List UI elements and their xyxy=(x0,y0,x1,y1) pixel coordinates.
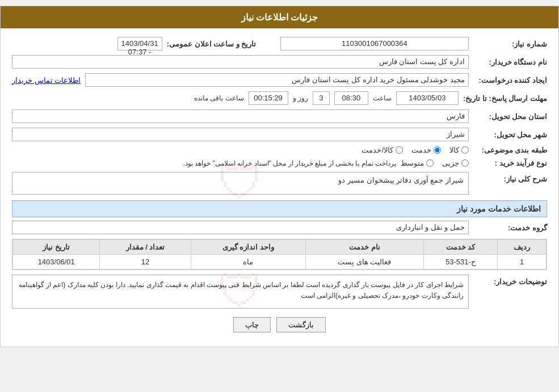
category-kala-radio[interactable] xyxy=(461,146,469,154)
col-quantity: تعداد / مقدار xyxy=(100,240,191,255)
send-deadline-inputs: 1403/05/03 ساعت 08:30 3 روز و 00:15:29 س… xyxy=(12,91,459,105)
services-section-header: اطلاعات خدمات مورد نیاز xyxy=(12,200,547,217)
send-deadline-label: مهلت ارسال پاسخ: تا تاریخ: xyxy=(463,94,547,103)
purchase-type-note: پرداخت تمام یا بخشی از مبلغ خریدار از مح… xyxy=(183,159,396,167)
category-kala[interactable]: کالا xyxy=(449,146,469,154)
col-service-name: نام خدمت xyxy=(305,240,423,255)
category-kala-khedmat-label: کالا/خدمت xyxy=(362,146,393,154)
province-row: استان محل تحویل: فارس xyxy=(12,109,547,123)
purchase-jozi-label: جزیی xyxy=(442,159,459,167)
category-row: طبقه بندی موضوعی: کالا خدمت کالا/خدمت xyxy=(12,146,547,154)
buyer-desc-label: توضیحات خریدار: xyxy=(473,275,547,286)
province-value: فارس xyxy=(12,109,469,123)
send-days-value: 3 xyxy=(313,91,330,105)
service-group-label: گروه خدمت: xyxy=(473,224,547,232)
send-remaining-value: 00:15:29 xyxy=(249,91,288,105)
send-time-label: ساعت xyxy=(373,94,392,102)
purchase-type-row: نوع فرآیند خرید : جزیی متوسط پرداخت تمام… xyxy=(12,159,547,167)
city-value: شیراز xyxy=(12,128,469,141)
purchase-type-radio-group: جزیی متوسط xyxy=(401,159,469,167)
category-kala-khedmat-radio[interactable] xyxy=(396,146,403,154)
send-remaining-label: ساعت باقی مانده xyxy=(194,94,244,102)
buyer-org-label: نام دستگاه خریدار: xyxy=(473,58,547,66)
cell-quantity: 12 xyxy=(100,255,191,269)
service-group-value: حمل و نقل و انبارداری xyxy=(12,221,469,234)
send-deadline-row: مهلت ارسال پاسخ: تا تاریخ: 1403/05/03 سا… xyxy=(12,91,547,105)
cell-service-name: فعالیت های پست xyxy=(305,255,423,269)
need-number-label: شماره نیاز: xyxy=(473,40,547,48)
category-khedmat-radio[interactable] xyxy=(434,146,441,154)
creator-row: ایجاد کننده درخواست: مجید خوشدلی مسئول خ… xyxy=(12,73,547,87)
category-khedmat-label: خدمت xyxy=(411,146,431,154)
send-time-value: 08:30 xyxy=(334,91,368,105)
buyer-desc-row: توضیحات خریدار: 🛡 شرایط اجرای کار در فای… xyxy=(12,275,547,309)
col-row-num: ردیف xyxy=(498,240,547,255)
buyer-org-row: نام دستگاه خریدار: اداره کل پست استان فا… xyxy=(12,55,547,69)
category-kala-khedmat[interactable]: کالا/خدمت xyxy=(362,146,403,154)
cell-service-code: ح-531-53 xyxy=(423,255,497,269)
province-label: استان محل تحویل: xyxy=(473,112,547,121)
need-number-value: 1103001067000364 xyxy=(280,37,469,50)
need-desc-container: 🛡 شیراز جمع آوری دفاتر پیشخوان مسیر دو xyxy=(12,172,469,195)
purchase-jozi-radio[interactable] xyxy=(461,159,469,167)
buyer-org-value: اداره کل پست استان فارس xyxy=(12,55,469,69)
contact-link[interactable]: اطلاعات تماس خریدار xyxy=(12,76,81,85)
button-row: بازگشت چاپ xyxy=(12,317,547,332)
cell-row-num: 1 xyxy=(498,255,547,269)
buyer-desc-container: 🛡 شرایط اجرای کار در فایل پیوست بار گذار… xyxy=(12,275,469,309)
table-header-row: ردیف کد خدمت نام خدمت واحد اندازه گیری ت… xyxy=(13,240,547,255)
cell-date: 1403/06/01 xyxy=(13,255,100,269)
purchase-jozi[interactable]: جزیی xyxy=(442,159,469,167)
purchase-motavasset-radio[interactable] xyxy=(426,159,434,167)
need-desc-value: شیراز جمع آوری دفاتر پیشخوان مسیر دو xyxy=(12,172,469,195)
send-days-label: روز و xyxy=(293,94,308,102)
need-number-row: شماره نیاز: 1103001067000364 تاریخ و ساع… xyxy=(12,37,547,50)
purchase-type-label: نوع فرآیند خرید : xyxy=(473,159,547,167)
print-button[interactable]: چاپ xyxy=(233,317,271,332)
col-unit: واحد اندازه گیری xyxy=(191,240,305,255)
purchase-motavasset-label: متوسط xyxy=(401,159,424,167)
page-title: جزئیات اطلاعات نیاز xyxy=(241,12,318,22)
need-desc-label: شرح کلی نیاز: xyxy=(473,172,547,183)
col-service-code: کد خدمت xyxy=(423,240,497,255)
buyer-desc-value: شرایط اجرای کار در فایل پیوست بار گذاری … xyxy=(12,275,469,309)
category-label: طبقه بندی موضوعی: xyxy=(473,146,547,154)
category-khedmat[interactable]: خدمت xyxy=(411,146,441,154)
cell-unit: ماه xyxy=(191,255,305,269)
category-radio-group: کالا خدمت کالا/خدمت xyxy=(362,146,469,154)
back-button[interactable]: بازگشت xyxy=(276,317,326,332)
city-row: شهر محل تحویل: شیراز xyxy=(12,128,547,141)
city-label: شهر محل تحویل: xyxy=(473,130,547,139)
creator-label: ایجاد کننده درخواست: xyxy=(473,76,547,85)
services-table-container: ردیف کد خدمت نام خدمت واحد اندازه گیری ت… xyxy=(12,239,547,270)
page-header: جزئیات اطلاعات نیاز xyxy=(1,6,558,28)
need-desc-row: شرح کلی نیاز: 🛡 شیراز جمع آوری دفاتر پیش… xyxy=(12,172,547,195)
creator-value: مجید خوشدلی مسئول خرید اداره کل پست استا… xyxy=(85,73,469,87)
send-date-value: 1403/05/03 xyxy=(396,91,459,105)
services-table: ردیف کد خدمت نام خدمت واحد اندازه گیری ت… xyxy=(12,239,547,269)
category-kala-label: کالا xyxy=(449,146,459,154)
purchase-motavasset[interactable]: متوسط xyxy=(401,159,434,167)
announcement-value: 1403/04/31 - 07:37 xyxy=(117,37,162,50)
page-wrapper: جزئیات اطلاعات نیاز شماره نیاز: 11030010… xyxy=(0,6,559,347)
col-date: تاریخ نیاز xyxy=(13,240,100,255)
table-row: 1 ح-531-53 فعالیت های پست ماه 12 1403/06… xyxy=(13,255,547,269)
announcement-label: تاریخ و ساعت اعلان عمومی: xyxy=(167,40,257,48)
service-group-row: گروه خدمت: حمل و نقل و انبارداری xyxy=(12,221,547,234)
content-area: شماره نیاز: 1103001067000364 تاریخ و ساع… xyxy=(1,28,558,347)
